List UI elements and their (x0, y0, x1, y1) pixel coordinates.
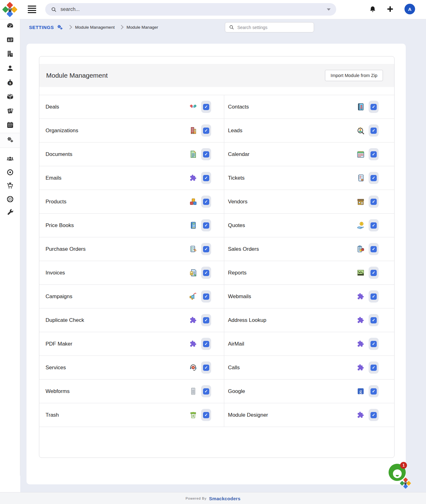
module-row: Duplicate Check (39, 308, 224, 332)
module-name: Duplicate Check (46, 317, 84, 323)
menu-icon[interactable] (28, 6, 36, 13)
module-enabled-checkbox[interactable] (201, 219, 211, 231)
sidebar-item-calendar-mono[interactable] (0, 119, 20, 133)
module-grid: Deals Contacts Organizations Leads Docum… (39, 95, 394, 427)
sidebar-item-id-card[interactable] (0, 33, 20, 48)
module-row: Calendar (224, 142, 394, 166)
module-enabled-checkbox[interactable] (201, 314, 211, 326)
module-row: Sales Orders (224, 237, 394, 261)
sidebar-item-lifebuoy[interactable] (0, 193, 20, 206)
quick-create-plus-icon[interactable] (387, 6, 394, 12)
sidebar-item-money-bag[interactable]: $ (0, 76, 20, 90)
module-enabled-checkbox[interactable] (369, 267, 379, 279)
module-enabled-checkbox[interactable] (201, 101, 211, 113)
page-title: Module Management (46, 72, 108, 79)
footer: Powered By Smackcoders (0, 492, 426, 504)
sidebar-item-target[interactable] (0, 166, 20, 180)
module-row: Services (39, 356, 224, 379)
user-avatar[interactable]: A (404, 4, 415, 14)
module-enabled-checkbox[interactable] (369, 314, 379, 326)
settings-search-input[interactable] (237, 25, 310, 30)
svg-text:$: $ (9, 82, 11, 85)
sidebar-item-paper-cards[interactable] (0, 104, 20, 119)
dashboard-icon (6, 22, 14, 31)
module-enabled-checkbox[interactable] (201, 290, 211, 303)
module-name: Vendors (228, 199, 247, 205)
megaphone-icon (189, 292, 197, 301)
notifications-bell-icon[interactable] (369, 6, 376, 14)
sidebar-item-dashboard[interactable] (0, 19, 20, 33)
global-search[interactable] (45, 3, 336, 16)
module-enabled-checkbox[interactable] (201, 409, 211, 421)
module-name: Products (46, 199, 66, 205)
module-enabled-checkbox[interactable] (201, 338, 211, 350)
google-g-icon: g (356, 387, 365, 395)
sidebar-item-person[interactable] (0, 62, 20, 76)
module-row: Contacts (224, 95, 394, 119)
checkmark-icon (370, 341, 377, 347)
lead-search-icon (356, 126, 365, 135)
sidebar-item-wrench[interactable] (0, 206, 20, 220)
breadcrumb-module-manager[interactable]: Module Manager (127, 25, 158, 30)
topbar: A (0, 0, 426, 19)
settings-search[interactable] (225, 22, 314, 32)
sidebar-item-gears[interactable] (0, 133, 20, 148)
search-icon (229, 25, 234, 30)
module-enabled-checkbox[interactable] (369, 361, 379, 374)
app-root: A $ SETTINGS Module Management Module Ma… (0, 0, 426, 504)
puzzle-icon (189, 340, 197, 348)
headset-icon (189, 363, 197, 372)
module-enabled-checkbox[interactable] (201, 196, 211, 208)
module-enabled-checkbox[interactable] (369, 338, 379, 350)
module-enabled-checkbox[interactable] (369, 124, 379, 137)
module-enabled-checkbox[interactable] (201, 124, 211, 137)
module-enabled-checkbox[interactable] (369, 290, 379, 303)
checkmark-icon (203, 365, 209, 371)
module-row: Vendors (224, 190, 394, 213)
breadcrumb-module-management[interactable]: Module Management (75, 25, 115, 30)
module-name: Purchase Orders (46, 246, 86, 252)
global-search-input[interactable] (60, 6, 324, 12)
sidebar-item-buildings[interactable] (0, 47, 20, 62)
powered-by-label: Powered By (186, 497, 206, 500)
sidebar-item-open-box[interactable] (0, 90, 20, 104)
module-enabled-checkbox[interactable] (201, 385, 211, 397)
module-enabled-checkbox[interactable] (369, 148, 379, 160)
module-enabled-checkbox[interactable] (201, 361, 211, 374)
paper-cards-icon (6, 107, 14, 116)
sidebar-item-cart[interactable] (0, 180, 20, 193)
module-enabled-checkbox[interactable] (201, 148, 211, 160)
module-name: PDF Maker (46, 341, 72, 347)
person-icon (6, 64, 14, 73)
module-name: Price Books (46, 222, 74, 229)
target-icon (6, 168, 14, 177)
module-enabled-checkbox[interactable] (369, 196, 379, 208)
module-name: Address Lookup (228, 317, 266, 323)
import-module-button[interactable]: Import Module from Zip (325, 70, 383, 81)
checkmark-icon (203, 270, 209, 276)
module-enabled-checkbox[interactable] (369, 385, 379, 397)
module-enabled-checkbox[interactable] (369, 219, 379, 231)
module-enabled-checkbox[interactable] (201, 172, 211, 184)
sidebar-item-users-group[interactable] (0, 153, 20, 166)
module-row: Reports (224, 261, 394, 284)
module-enabled-checkbox[interactable] (369, 243, 379, 255)
cart-icon (6, 182, 14, 191)
smackcoders-link[interactable]: Smackcoders (209, 496, 240, 501)
sidebar-section-gap (0, 148, 20, 153)
module-enabled-checkbox[interactable] (369, 409, 379, 421)
module-name: Webmails (228, 293, 251, 300)
module-enabled-checkbox[interactable] (369, 172, 379, 184)
app-logo-icon[interactable] (3, 2, 17, 17)
buildings-icon (6, 50, 14, 59)
chart-icon (356, 269, 365, 277)
module-enabled-checkbox[interactable] (201, 243, 211, 255)
module-enabled-checkbox[interactable] (369, 101, 379, 113)
module-name: Google (228, 388, 245, 395)
breadcrumb-settings-link[interactable]: SETTINGS (29, 24, 63, 31)
search-icon (51, 7, 57, 12)
checkmark-icon (370, 293, 377, 300)
chevron-down-icon[interactable] (327, 8, 331, 11)
module-enabled-checkbox[interactable] (201, 267, 211, 279)
module-row: Trash (39, 403, 224, 427)
